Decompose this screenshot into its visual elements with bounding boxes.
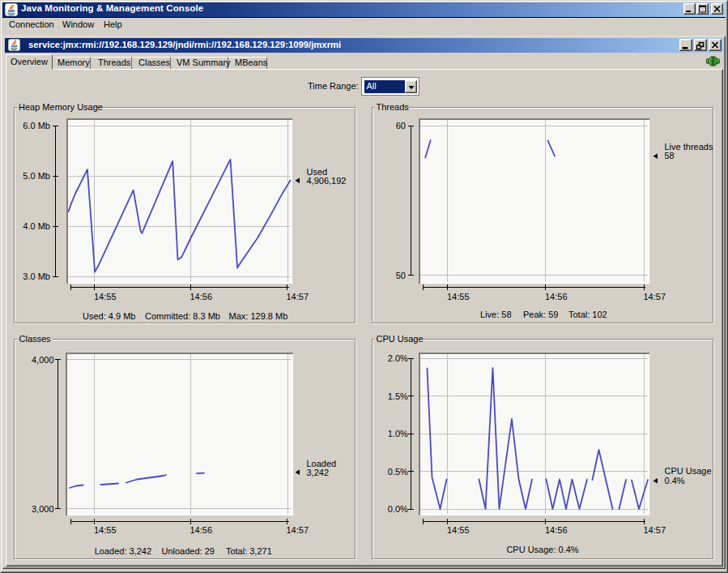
svg-text:14:55: 14:55 (447, 525, 470, 535)
svg-text:0.4%: 0.4% (665, 476, 685, 485)
svg-text:Heap Memory Usage: Heap Memory Usage (19, 102, 103, 112)
svg-text:14:56: 14:56 (190, 292, 213, 301)
svg-text:Total: 102: Total: 102 (568, 310, 607, 319)
svg-text:4,000: 4,000 (32, 355, 54, 365)
svg-text:CPU Usage: 0.4%: CPU Usage: 0.4% (506, 545, 578, 554)
svg-text:4,906,192: 4,906,192 (307, 176, 347, 186)
svg-text:14:57: 14:57 (644, 525, 666, 535)
svg-text:Classes: Classes (19, 334, 52, 344)
svg-text:14:56: 14:56 (545, 525, 568, 535)
svg-text:14:55: 14:55 (94, 525, 117, 535)
svg-text:1.0%: 1.0% (388, 429, 408, 438)
svg-text:CPU Usage: CPU Usage (665, 466, 712, 476)
svg-text:Total: 3,271: Total: 3,271 (226, 546, 272, 556)
svg-text:14:56: 14:56 (545, 292, 568, 301)
svg-text:14:56: 14:56 (190, 525, 213, 535)
svg-text:3.0 Mb: 3.0 Mb (23, 272, 50, 281)
svg-text:3,242: 3,242 (307, 468, 330, 477)
svg-text:14:57: 14:57 (287, 292, 309, 301)
svg-text:0.5%: 0.5% (388, 467, 408, 477)
svg-text:CPU Usage: CPU Usage (377, 334, 424, 344)
svg-text:14:57: 14:57 (644, 292, 666, 301)
svg-text:Used: 4.9 Mb: Used: 4.9 Mb (83, 311, 135, 321)
svg-text:Live: 58: Live: 58 (480, 310, 512, 319)
svg-text:6.0 Mb: 6.0 Mb (23, 121, 50, 130)
svg-text:0.0%: 0.0% (388, 504, 408, 514)
svg-text:Max: 129.8 Mb: Max: 129.8 Mb (229, 311, 288, 321)
svg-text:5.0 Mb: 5.0 Mb (23, 171, 50, 181)
svg-text:14:55: 14:55 (94, 292, 117, 301)
svg-text:14:57: 14:57 (287, 525, 309, 535)
svg-text:14:55: 14:55 (447, 292, 470, 301)
svg-text:Loaded: 3,242: Loaded: 3,242 (95, 546, 151, 556)
svg-text:2.0%: 2.0% (388, 353, 408, 363)
svg-text:4.0 Mb: 4.0 Mb (23, 221, 50, 231)
svg-text:50: 50 (396, 271, 406, 280)
svg-text:Unloaded: 29: Unloaded: 29 (162, 546, 215, 556)
svg-text:3,000: 3,000 (32, 504, 54, 514)
svg-text:Peak: 59: Peak: 59 (523, 310, 558, 319)
svg-text:1.5%: 1.5% (388, 391, 408, 401)
svg-text:60: 60 (396, 121, 406, 130)
svg-text:Threads: Threads (377, 102, 410, 112)
svg-text:58: 58 (665, 151, 675, 160)
svg-text:Committed: 8.3 Mb: Committed: 8.3 Mb (145, 311, 220, 321)
svg-text:Live threads: Live threads (665, 142, 713, 152)
